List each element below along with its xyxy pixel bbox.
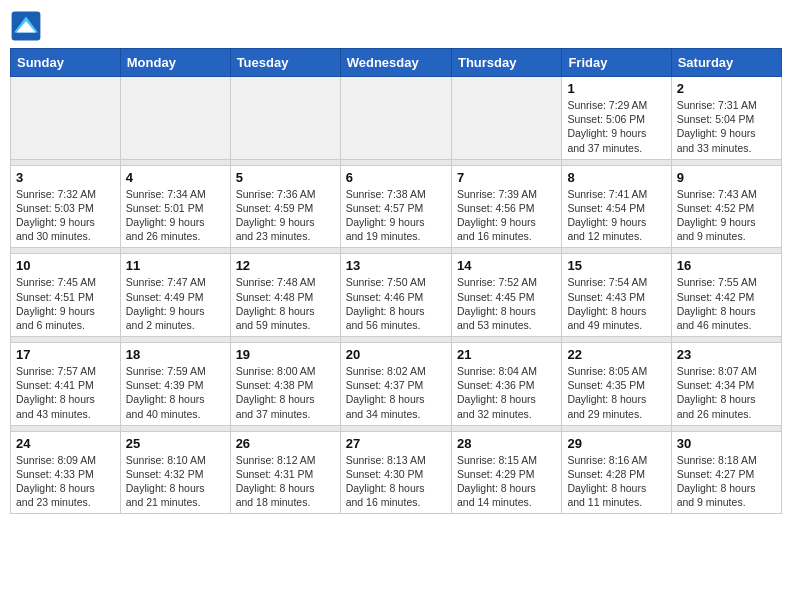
logo — [10, 10, 46, 42]
day-info: Sunrise: 8:05 AM Sunset: 4:35 PM Dayligh… — [567, 364, 665, 421]
calendar-cell — [120, 77, 230, 160]
calendar-cell — [11, 77, 121, 160]
calendar: SundayMondayTuesdayWednesdayThursdayFrid… — [10, 48, 782, 514]
calendar-cell: 2Sunrise: 7:31 AM Sunset: 5:04 PM Daylig… — [671, 77, 781, 160]
calendar-cell: 4Sunrise: 7:34 AM Sunset: 5:01 PM Daylig… — [120, 165, 230, 248]
day-info: Sunrise: 8:16 AM Sunset: 4:28 PM Dayligh… — [567, 453, 665, 510]
day-number: 18 — [126, 347, 225, 362]
calendar-week-3: 10Sunrise: 7:45 AM Sunset: 4:51 PM Dayli… — [11, 254, 782, 337]
day-number: 4 — [126, 170, 225, 185]
calendar-cell: 25Sunrise: 8:10 AM Sunset: 4:32 PM Dayli… — [120, 431, 230, 514]
day-info: Sunrise: 7:36 AM Sunset: 4:59 PM Dayligh… — [236, 187, 335, 244]
calendar-header-row: SundayMondayTuesdayWednesdayThursdayFrid… — [11, 49, 782, 77]
day-number: 30 — [677, 436, 776, 451]
day-number: 25 — [126, 436, 225, 451]
day-info: Sunrise: 7:59 AM Sunset: 4:39 PM Dayligh… — [126, 364, 225, 421]
day-info: Sunrise: 7:34 AM Sunset: 5:01 PM Dayligh… — [126, 187, 225, 244]
calendar-cell: 18Sunrise: 7:59 AM Sunset: 4:39 PM Dayli… — [120, 343, 230, 426]
calendar-cell — [451, 77, 561, 160]
weekday-header-saturday: Saturday — [671, 49, 781, 77]
day-info: Sunrise: 8:02 AM Sunset: 4:37 PM Dayligh… — [346, 364, 446, 421]
day-number: 22 — [567, 347, 665, 362]
calendar-cell: 19Sunrise: 8:00 AM Sunset: 4:38 PM Dayli… — [230, 343, 340, 426]
day-info: Sunrise: 8:04 AM Sunset: 4:36 PM Dayligh… — [457, 364, 556, 421]
calendar-cell: 7Sunrise: 7:39 AM Sunset: 4:56 PM Daylig… — [451, 165, 561, 248]
calendar-cell: 29Sunrise: 8:16 AM Sunset: 4:28 PM Dayli… — [562, 431, 671, 514]
day-number: 10 — [16, 258, 115, 273]
day-number: 15 — [567, 258, 665, 273]
calendar-cell: 8Sunrise: 7:41 AM Sunset: 4:54 PM Daylig… — [562, 165, 671, 248]
calendar-cell: 17Sunrise: 7:57 AM Sunset: 4:41 PM Dayli… — [11, 343, 121, 426]
calendar-cell: 1Sunrise: 7:29 AM Sunset: 5:06 PM Daylig… — [562, 77, 671, 160]
day-info: Sunrise: 7:31 AM Sunset: 5:04 PM Dayligh… — [677, 98, 776, 155]
day-info: Sunrise: 7:29 AM Sunset: 5:06 PM Dayligh… — [567, 98, 665, 155]
calendar-cell: 21Sunrise: 8:04 AM Sunset: 4:36 PM Dayli… — [451, 343, 561, 426]
day-number: 12 — [236, 258, 335, 273]
day-info: Sunrise: 8:18 AM Sunset: 4:27 PM Dayligh… — [677, 453, 776, 510]
day-number: 20 — [346, 347, 446, 362]
day-number: 17 — [16, 347, 115, 362]
calendar-week-2: 3Sunrise: 7:32 AM Sunset: 5:03 PM Daylig… — [11, 165, 782, 248]
day-info: Sunrise: 8:10 AM Sunset: 4:32 PM Dayligh… — [126, 453, 225, 510]
header — [10, 10, 782, 42]
weekday-header-thursday: Thursday — [451, 49, 561, 77]
day-number: 24 — [16, 436, 115, 451]
calendar-cell: 12Sunrise: 7:48 AM Sunset: 4:48 PM Dayli… — [230, 254, 340, 337]
calendar-cell: 27Sunrise: 8:13 AM Sunset: 4:30 PM Dayli… — [340, 431, 451, 514]
day-number: 28 — [457, 436, 556, 451]
day-info: Sunrise: 8:15 AM Sunset: 4:29 PM Dayligh… — [457, 453, 556, 510]
weekday-header-sunday: Sunday — [11, 49, 121, 77]
day-info: Sunrise: 7:43 AM Sunset: 4:52 PM Dayligh… — [677, 187, 776, 244]
day-info: Sunrise: 7:41 AM Sunset: 4:54 PM Dayligh… — [567, 187, 665, 244]
day-info: Sunrise: 8:00 AM Sunset: 4:38 PM Dayligh… — [236, 364, 335, 421]
calendar-cell: 5Sunrise: 7:36 AM Sunset: 4:59 PM Daylig… — [230, 165, 340, 248]
calendar-cell: 22Sunrise: 8:05 AM Sunset: 4:35 PM Dayli… — [562, 343, 671, 426]
calendar-week-4: 17Sunrise: 7:57 AM Sunset: 4:41 PM Dayli… — [11, 343, 782, 426]
day-info: Sunrise: 7:39 AM Sunset: 4:56 PM Dayligh… — [457, 187, 556, 244]
day-number: 19 — [236, 347, 335, 362]
day-number: 1 — [567, 81, 665, 96]
calendar-cell: 3Sunrise: 7:32 AM Sunset: 5:03 PM Daylig… — [11, 165, 121, 248]
calendar-cell: 9Sunrise: 7:43 AM Sunset: 4:52 PM Daylig… — [671, 165, 781, 248]
day-number: 14 — [457, 258, 556, 273]
calendar-cell: 10Sunrise: 7:45 AM Sunset: 4:51 PM Dayli… — [11, 254, 121, 337]
day-info: Sunrise: 7:32 AM Sunset: 5:03 PM Dayligh… — [16, 187, 115, 244]
day-info: Sunrise: 7:55 AM Sunset: 4:42 PM Dayligh… — [677, 275, 776, 332]
calendar-cell — [230, 77, 340, 160]
day-info: Sunrise: 8:13 AM Sunset: 4:30 PM Dayligh… — [346, 453, 446, 510]
day-number: 7 — [457, 170, 556, 185]
calendar-cell: 28Sunrise: 8:15 AM Sunset: 4:29 PM Dayli… — [451, 431, 561, 514]
weekday-header-tuesday: Tuesday — [230, 49, 340, 77]
calendar-cell: 15Sunrise: 7:54 AM Sunset: 4:43 PM Dayli… — [562, 254, 671, 337]
day-info: Sunrise: 7:52 AM Sunset: 4:45 PM Dayligh… — [457, 275, 556, 332]
day-number: 9 — [677, 170, 776, 185]
calendar-cell: 20Sunrise: 8:02 AM Sunset: 4:37 PM Dayli… — [340, 343, 451, 426]
calendar-cell: 26Sunrise: 8:12 AM Sunset: 4:31 PM Dayli… — [230, 431, 340, 514]
day-number: 23 — [677, 347, 776, 362]
weekday-header-monday: Monday — [120, 49, 230, 77]
calendar-cell: 11Sunrise: 7:47 AM Sunset: 4:49 PM Dayli… — [120, 254, 230, 337]
day-number: 29 — [567, 436, 665, 451]
day-number: 6 — [346, 170, 446, 185]
day-info: Sunrise: 8:07 AM Sunset: 4:34 PM Dayligh… — [677, 364, 776, 421]
calendar-cell — [340, 77, 451, 160]
day-number: 3 — [16, 170, 115, 185]
calendar-cell: 16Sunrise: 7:55 AM Sunset: 4:42 PM Dayli… — [671, 254, 781, 337]
calendar-cell: 30Sunrise: 8:18 AM Sunset: 4:27 PM Dayli… — [671, 431, 781, 514]
day-info: Sunrise: 7:50 AM Sunset: 4:46 PM Dayligh… — [346, 275, 446, 332]
calendar-cell: 13Sunrise: 7:50 AM Sunset: 4:46 PM Dayli… — [340, 254, 451, 337]
calendar-week-1: 1Sunrise: 7:29 AM Sunset: 5:06 PM Daylig… — [11, 77, 782, 160]
day-number: 27 — [346, 436, 446, 451]
day-info: Sunrise: 8:12 AM Sunset: 4:31 PM Dayligh… — [236, 453, 335, 510]
day-number: 8 — [567, 170, 665, 185]
day-number: 13 — [346, 258, 446, 273]
calendar-cell: 14Sunrise: 7:52 AM Sunset: 4:45 PM Dayli… — [451, 254, 561, 337]
calendar-cell: 6Sunrise: 7:38 AM Sunset: 4:57 PM Daylig… — [340, 165, 451, 248]
day-info: Sunrise: 8:09 AM Sunset: 4:33 PM Dayligh… — [16, 453, 115, 510]
day-number: 2 — [677, 81, 776, 96]
weekday-header-wednesday: Wednesday — [340, 49, 451, 77]
day-info: Sunrise: 7:57 AM Sunset: 4:41 PM Dayligh… — [16, 364, 115, 421]
calendar-cell: 24Sunrise: 8:09 AM Sunset: 4:33 PM Dayli… — [11, 431, 121, 514]
calendar-cell: 23Sunrise: 8:07 AM Sunset: 4:34 PM Dayli… — [671, 343, 781, 426]
weekday-header-friday: Friday — [562, 49, 671, 77]
